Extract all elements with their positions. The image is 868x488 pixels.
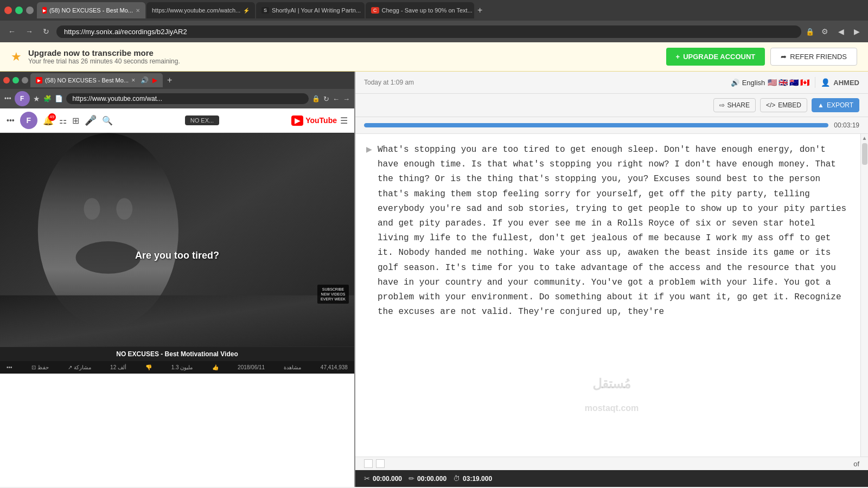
embed-button[interactable]: </> EMBED xyxy=(760,98,807,112)
video-player[interactable]: Are you too tired? SUBSCRIBE NEW VIDEOS … xyxy=(0,133,354,347)
audio-icon: 🔊 xyxy=(141,76,149,84)
yt-right-header: ▶ YouTube ☰ xyxy=(291,115,348,126)
yt-title-text: NO EX... xyxy=(190,117,214,124)
yt-search-icon[interactable]: 🔍 xyxy=(102,115,113,126)
video-title: NO EXCUSES - Best Motivational Video xyxy=(7,350,348,358)
time-display: ✂ 00:00.000 ✏ 00:00.000 ⏱ 03:19.000 xyxy=(364,474,492,483)
sonix-header: Today at 1:09 am 🔊 English 🇺🇸 🇬🇧 🇦🇺 🇨🇦 👤 xyxy=(355,72,868,94)
share-icon-btn: ⇨ xyxy=(719,101,725,109)
nav-prev-button[interactable]: ◀ xyxy=(835,26,847,37)
yt-title-display: NO EX... xyxy=(185,115,219,125)
tab-shortly-label: ShortlyAI | Your AI Writing Partn... xyxy=(272,7,361,14)
share-button[interactable]: ⇨ SHARE xyxy=(713,98,756,112)
share-label: SHARE xyxy=(727,101,750,109)
embedded-address-input[interactable] xyxy=(66,93,309,104)
dislike-icon[interactable]: 👎 xyxy=(145,364,152,370)
yt-mic-icon[interactable]: 🎤 xyxy=(85,114,97,126)
embedded-maximize-button[interactable] xyxy=(12,77,19,84)
progress-time: 00:03:19 xyxy=(834,121,859,129)
lock-icon: 🔒 xyxy=(806,28,814,36)
progress-container: 00:03:19 xyxy=(355,117,868,134)
browser-chrome: ▶ (58) NO EXCUSES - Best Mo... ✕ https:/… xyxy=(0,0,868,21)
upgrade-banner: ★ Upgrade now to transcribe more Your fr… xyxy=(0,42,868,72)
window-minimize-button[interactable] xyxy=(15,7,23,14)
time-item-2: ✏ 00:00.000 xyxy=(409,474,446,483)
transcript-text: What's stopping you are too tired to get… xyxy=(378,143,850,448)
flag-icons: 🇺🇸 🇬🇧 🇦🇺 🇨🇦 xyxy=(768,78,809,87)
export-icon: ▲ xyxy=(818,101,824,109)
language-selector[interactable]: 🔊 English 🇺🇸 🇬🇧 🇦🇺 🇨🇦 xyxy=(731,78,810,87)
gb-flag-icon: 🇬🇧 xyxy=(778,78,788,87)
window-maximize-button[interactable] xyxy=(26,7,34,14)
progress-bar-fill xyxy=(364,123,828,127)
export-button[interactable]: ▲ EXPORT xyxy=(812,98,859,112)
like-icon[interactable]: 👍 xyxy=(212,364,219,370)
embedded-close-button[interactable] xyxy=(3,77,10,84)
tab-chegg[interactable]: C Chegg - Save up to 90% on Text... xyxy=(366,2,474,18)
user-icon: 👤 xyxy=(821,78,830,87)
sonix-toolbar: 🔊 English 🇺🇸 🇬🇧 🇦🇺 🇨🇦 👤 AHMED xyxy=(731,77,859,88)
svg-point-3 xyxy=(116,198,132,220)
embedded-browser: ▶ (58) NO EXCUSES - Best Mo... ✕ 🔊 ▶ + •… xyxy=(0,72,355,487)
embedded-bookmark-icon: ★ xyxy=(33,94,40,103)
embedded-youtube-tab[interactable]: ▶ (58) NO EXCUSES - Best Mo... ✕ 🔊 ▶ xyxy=(30,73,163,87)
yt-hamburger-icon[interactable]: ☰ xyxy=(340,115,348,126)
user-name: AHMED xyxy=(833,79,859,87)
upgrade-account-button[interactable]: + UPGRADE ACCOUNT xyxy=(666,48,765,66)
scrollbar[interactable]: ▲ xyxy=(860,134,868,457)
tab-close-icon[interactable]: ✕ xyxy=(136,8,140,14)
yt-add-icon[interactable]: ⊞ xyxy=(72,115,79,126)
yt-user-icon[interactable]: F xyxy=(20,112,37,129)
checkbox-left[interactable] xyxy=(364,459,373,468)
nav-next-button[interactable]: ▶ xyxy=(851,26,863,37)
action-buttons-row: ⇨ SHARE </> EMBED ▲ EXPORT xyxy=(355,94,868,117)
transcript-area[interactable]: ▶ What's stopping you are too tired to g… xyxy=(355,134,860,457)
checkbox-right[interactable] xyxy=(376,459,385,468)
window-close-button[interactable] xyxy=(4,7,12,14)
video-options-icon[interactable]: ••• xyxy=(7,364,12,370)
page-of-label: of xyxy=(853,460,859,468)
transcript-expand-icon[interactable]: ▶ xyxy=(366,143,372,448)
scroll-up-icon[interactable]: ▲ xyxy=(862,135,867,141)
embedded-tab-close-icon[interactable]: ✕ xyxy=(131,78,136,83)
user-info-area: 👤 AHMED xyxy=(821,78,859,87)
refer-friends-button[interactable]: ➦ REFER FRIENDS xyxy=(770,48,857,66)
pagination-row: of xyxy=(355,457,868,470)
yt-grid-icon[interactable]: ⚏ xyxy=(59,115,67,126)
video-title-bar: NO EXCUSES - Best Motivational Video xyxy=(0,347,354,361)
embedded-dots-icon: ••• xyxy=(4,95,11,102)
progress-bar[interactable] xyxy=(364,123,828,127)
scroll-thumb[interactable] xyxy=(862,143,867,165)
share-video-icon[interactable]: ↗ مشاركة xyxy=(68,364,91,370)
yt-logo-icon: ▶ xyxy=(291,115,303,126)
embedded-tab-bar: ▶ (58) NO EXCUSES - Best Mo... ✕ 🔊 ▶ + xyxy=(0,72,354,89)
refresh-button[interactable]: ↻ xyxy=(40,26,52,37)
tab-youtube[interactable]: ▶ (58) NO EXCUSES - Best Mo... ✕ xyxy=(37,2,145,18)
tab-shortly[interactable]: S ShortlyAI | Your AI Writing Partn... xyxy=(256,2,365,18)
yt-bell-area: 🔔 49 xyxy=(43,115,54,126)
embedded-reader-icon: 📄 xyxy=(55,95,63,102)
forward-button[interactable]: → xyxy=(23,26,36,37)
main-address-input[interactable] xyxy=(56,25,801,38)
embedded-refresh-button[interactable]: ↻ xyxy=(323,95,329,103)
save-icon[interactable]: ⊡ حفظ xyxy=(31,364,49,370)
views-count: 47,414,938 xyxy=(321,364,348,370)
embedded-new-tab-button[interactable]: + xyxy=(165,75,174,85)
yt-logo: ▶ YouTube xyxy=(291,115,337,126)
embedded-yt-favicon: ▶ xyxy=(36,77,42,84)
tab-sonix[interactable]: https://www.youtube.com/watch... ⚡ xyxy=(146,2,255,18)
back-button[interactable]: ← xyxy=(5,26,18,37)
embedded-forward-btn[interactable]: → xyxy=(343,95,350,103)
au-flag-icon: 🇦🇺 xyxy=(789,78,799,87)
embedded-back-btn[interactable]: ← xyxy=(333,95,340,103)
video-meta-bar: ••• ⊡ حفظ ↗ مشاركة 12 ألف 👎 1.3 مليون 👍 … xyxy=(0,361,354,374)
subscribe-badge[interactable]: SUBSCRIBE NEW VIDEOS EVERY WEEK xyxy=(317,285,349,304)
yt-dots-icon[interactable]: ••• xyxy=(7,116,15,125)
embed-label: EMBED xyxy=(778,101,801,109)
new-tab-button[interactable]: + xyxy=(475,5,484,15)
nav-extra-button[interactable]: ⚙ xyxy=(819,26,831,37)
embedded-address-bar: ••• F ★ 🧩 📄 🔒 ↻ ← → xyxy=(0,89,354,108)
video-caption: Are you too tired? xyxy=(135,250,219,261)
embedded-minimize-button[interactable] xyxy=(22,77,28,84)
main-content: ▶ (58) NO EXCUSES - Best Mo... ✕ 🔊 ▶ + •… xyxy=(0,72,868,487)
